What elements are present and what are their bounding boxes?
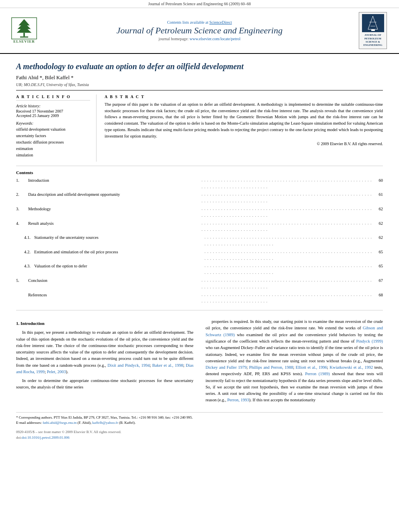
article-history-group: Article history: Received 17 November 20… [16, 104, 90, 118]
logo-title-line3: SCIENCE & [361, 40, 385, 43]
contents-num-5: 5. [16, 277, 28, 284]
history-label: Article history: [16, 104, 90, 108]
copyright-line: © 2009 Elsevier B.V. All rights reserved… [105, 142, 383, 146]
affiliation: UR; MO.DE.S.FI, University of Sfax, Tuni… [16, 82, 383, 87]
ref-elliott[interactable]: Elliott et al., 1996 [296, 365, 327, 370]
contents-title-3: Methodology [28, 206, 200, 213]
meta-line2: doi:doi:10.1016/j.petrol.2009.01.006 [16, 435, 383, 440]
paper-content: A methodology to evaluate an option to d… [0, 54, 399, 441]
ref-pindyck[interactable]: Pindyck (1999) [356, 339, 383, 343]
contents-row-41: 4.1. Stationarity of the uncertainty sou… [16, 234, 383, 248]
homepage-url[interactable]: www.elsevier.com/locate/petrol [189, 37, 241, 41]
contents-page-42: 65 [375, 249, 383, 256]
contents-row-ref: References 68 [16, 292, 383, 306]
contents-dots-2 [202, 191, 373, 205]
keywords-list: oilfield development valuation uncertain… [16, 126, 90, 158]
logo-title-line1: JOURNAL OF [361, 33, 385, 37]
footnote-2: E-mail addresses: fathi.abid@fsegs.rnu.t… [16, 420, 383, 426]
intro-para-1: In this paper, we present a methodology … [16, 329, 193, 375]
top-journal-bar: Journal of Petroleum Science and Enginee… [0, 0, 399, 8]
elsevier-label: ELSEVIER [13, 39, 35, 43]
keyword-2: uncertainty factors [16, 133, 90, 139]
contents-page-3: 62 [375, 206, 383, 213]
contents-row-2: 2. Data description and oilfield develop… [16, 191, 383, 205]
ref-gibson-schwartz[interactable]: Gibson and Schwartz (1989) [206, 326, 383, 337]
contents-num-41: 4.1. [16, 234, 34, 241]
footnote-1-text: * Corresponding authors. PTT Sfax El Jad… [16, 415, 193, 419]
contents-heading: Contents [16, 170, 383, 175]
abstract-heading: A B S T R A C T [105, 94, 383, 99]
contents-dots-5 [202, 277, 373, 291]
contents-row-1: 1. Introduction 60 [16, 177, 383, 191]
svg-rect-10 [371, 29, 375, 31]
contents-page-1: 60 [375, 177, 383, 184]
intro-col-right: properties is required. In this study, o… [206, 318, 383, 406]
authors: Fathi Abid *, Bilel Kaffel * [16, 74, 383, 81]
science-direct-line: Contents lists available at ScienceDirec… [40, 20, 359, 25]
keyword-3: stochastic diffusion processes [16, 139, 90, 146]
contents-title-2: Data description and oilfield developmen… [28, 191, 200, 198]
contents-section: Contents 1. Introduction 60 2. Data desc… [16, 166, 383, 310]
contents-row-3: 3. Methodology 62 [16, 206, 383, 220]
journal-logo-block: JOURNAL OF PETROLEUM SCIENCE & ENGINEERI… [359, 12, 391, 49]
logo-title-line4: ENGINEERING [361, 43, 385, 47]
ref-pelet[interactable]: Pelet, 2003 [47, 370, 66, 374]
contents-row-5: 5. Conclusion 67 [16, 277, 383, 291]
contents-title-1: Introduction [28, 177, 200, 184]
intro-heading: 1. Introduction [16, 320, 193, 327]
contents-dots-41 [205, 234, 374, 248]
contents-page-5: 67 [375, 277, 383, 284]
contents-dots-3 [202, 205, 373, 219]
contents-row-42: 4.2. Estimation and simulation of the oi… [16, 249, 383, 263]
bottom-meta: 0920-4105/$ – see front matter © 2009 El… [16, 429, 383, 441]
journal-main-title: Journal of Petroleum Science and Enginee… [40, 25, 359, 36]
contents-page-43: 65 [375, 263, 383, 270]
ref-perron-1989[interactable]: Perron (1989) [305, 372, 330, 376]
contents-title-4: Result analysis [28, 220, 200, 227]
email-kaffel[interactable]: kaffelb@yahoo.fr [93, 421, 118, 425]
logo-title-line2: PETROLEUM [361, 37, 385, 40]
homepage-line: journal homepage: www.elsevier.com/locat… [40, 37, 359, 41]
svg-marker-4 [17, 26, 32, 33]
contents-num-3: 3. [16, 206, 28, 213]
article-info-heading: A R T I C L E I N F O [16, 94, 90, 101]
contents-num-1: 1. [16, 177, 28, 184]
journal-logo-icon [362, 14, 384, 32]
contents-page-2: 61 [375, 191, 383, 198]
intro-para-right-1: properties is required. In this study, o… [206, 318, 383, 403]
article-title: A methodology to evaluate an option to d… [16, 62, 383, 71]
intro-col-left: 1. Introduction In this paper, we presen… [16, 318, 193, 406]
abstract-col: A B S T R A C T The purpose of this pape… [105, 94, 383, 162]
ref-kwiatkowski[interactable]: Kwiatkowski et al., 1992 [329, 365, 373, 370]
contents-num-4: 4. [16, 220, 28, 227]
journal-title-block: Contents lists available at ScienceDirec… [40, 20, 359, 41]
ref-dixit-pindyck[interactable]: Dixit and Pindyck, 1994 [107, 363, 150, 368]
ref-baker[interactable]: Baker et al., 1998 [152, 363, 183, 368]
ref-phillips-perron[interactable]: Phillips and Perron, 1988 [249, 365, 293, 370]
contents-table: 1. Introduction 60 2. Data description a… [16, 177, 383, 305]
contents-page-41: 62 [375, 234, 383, 241]
contents-page-ref: 68 [375, 292, 383, 299]
homepage-label: journal homepage: [158, 37, 189, 41]
journal-header: ELSEVIER Contents lists available at Sci… [0, 8, 399, 54]
footnote-email-label: E-mail addresses: [16, 421, 43, 425]
svg-rect-0 [23, 33, 25, 37]
accepted-date: Accepted 25 January 2009 [16, 113, 90, 118]
intro-para-2: In order to determine the appropriate co… [16, 378, 193, 391]
journal-citation: Journal of Petroleum Science and Enginee… [148, 2, 251, 6]
contents-num-42: 4.2. [16, 249, 34, 256]
footnote-1: * Corresponding authors. PTT Sfax El Jad… [16, 415, 383, 421]
ref-dickey-fuller[interactable]: Dickey and Fuller 1979 [206, 365, 247, 370]
email-abid[interactable]: fathi.abid@fsegs.rnu.tn [43, 421, 77, 425]
contents-available-label: Contents lists available at [167, 20, 208, 25]
contents-row-43: 4.3. Valuation of the option to defer 65 [16, 263, 383, 277]
keywords-label: Keywords: [16, 121, 90, 125]
doi-link[interactable]: doi:10.1016/j.petrol.2009.01.006 [22, 435, 70, 440]
keyword-5: simulation [16, 152, 90, 158]
elsevier-logo: ELSEVIER [8, 17, 40, 43]
footnote-area: * Corresponding authors. PTT Sfax El Jad… [16, 412, 383, 426]
contents-dots-43 [205, 263, 374, 276]
contents-title-42: Estimation and simulation of the oil pri… [34, 249, 203, 256]
science-direct-link[interactable]: ScienceDirect [209, 20, 232, 25]
ref-perron-1993[interactable]: Perron, 1993 [227, 398, 249, 402]
